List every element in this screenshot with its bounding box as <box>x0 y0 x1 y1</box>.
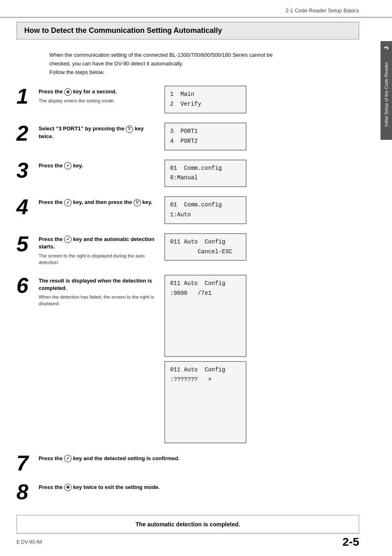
step-8: 8 Press the ⊕ key twice to exit the sett… <box>16 481 359 503</box>
step-3-lcd: 01 Comm.config 0:Manual <box>164 160 247 188</box>
step-7-instruction: Press the ✓ key and the detected setting… <box>39 455 359 463</box>
step-1-lcd: 1 Main 2 Verify <box>164 86 247 114</box>
right-sidebar-tab: Initial Setup of the Code Reader <box>380 49 392 140</box>
step-2: 2 Select “3 PORT1” by pressing the ▽ key… <box>16 123 359 151</box>
step-6: 6 The result is displayed when the detec… <box>16 275 359 443</box>
doc-id: E DV-90-IM <box>16 539 42 545</box>
step-8-instruction: Press the ⊕ key twice to exit the settin… <box>39 484 359 491</box>
step-4-instruction: Press the ✓ key, and then press the ▽ ke… <box>39 199 156 206</box>
step-3-instruction: Press the ✓ key. <box>39 162 156 170</box>
step-7: 7 Press the ✓ key and the detected setti… <box>16 452 359 474</box>
step-6-sub: When the detection has failed, the scree… <box>39 294 156 307</box>
step-6-instruction: The result is displayed when the detecti… <box>39 277 156 292</box>
step-2-lcd: 3 PORT1 4 PORT2 <box>164 123 247 151</box>
step-5-instruction: Press the ✓ key and the automatic detect… <box>39 236 156 251</box>
page-footer: E DV-90-IM 2-5 <box>16 533 359 549</box>
step-2-instruction: Select “3 PORT1” by pressing the ▽ key t… <box>39 125 156 140</box>
page-header: 2-1 Code Reader Setup Basics <box>0 0 392 18</box>
step-6-lcd1: 011 Auto Config :9600 /7e1 <box>164 275 247 357</box>
step-1-instruction: Press the ⊕ key for a second. <box>39 88 156 96</box>
step-3: 3 Press the ✓ key. 01 Comm.config 0:Manu… <box>16 160 359 188</box>
step-5: 5 Press the ✓ key and the automatic dete… <box>16 233 359 266</box>
section-heading: How to Detect the Communication Setting … <box>16 22 359 39</box>
step-6-lcd2: 011 Auto Config :??????? × <box>164 361 247 443</box>
step-4-lcd: 01 Comm.config 1:Auto <box>164 196 247 224</box>
page-number: 2-5 <box>343 535 359 549</box>
step-1-sub: The display enters the setting mode. <box>39 97 156 104</box>
header-title: 2-1 Code Reader Setup Basics <box>286 7 359 14</box>
step-1: 1 Press the ⊕ key for a second. The disp… <box>16 86 359 114</box>
step-4: 4 Press the ✓ key, and then press the ▽ … <box>16 196 359 224</box>
intro-text: When the communication setting of the co… <box>49 51 359 76</box>
step-5-sub: The screen to the right is displayed dur… <box>39 253 156 266</box>
step-5-lcd: 011 Auto Config Cancel-ESC <box>164 233 247 261</box>
conclusion-box: The automatic detection is completed. <box>16 515 359 534</box>
main-content: How to Detect the Communication Setting … <box>0 18 392 550</box>
